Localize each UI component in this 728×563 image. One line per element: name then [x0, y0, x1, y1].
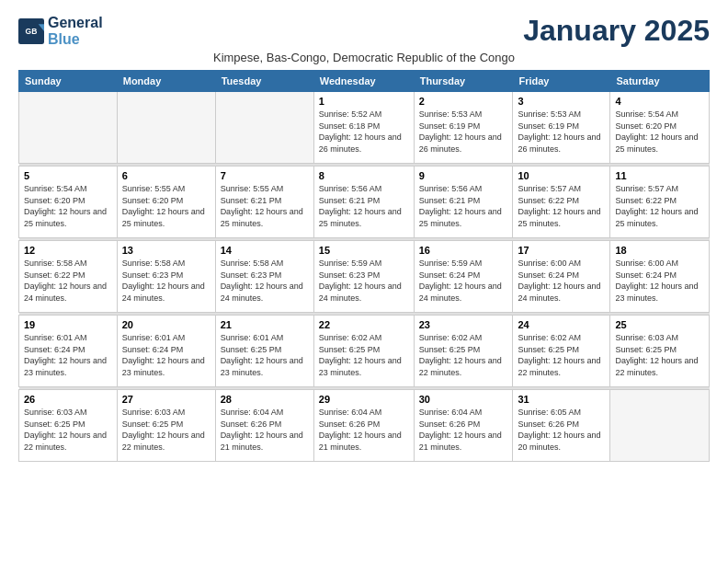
table-cell: 27Sunrise: 6:03 AMSunset: 6:25 PMDayligh… — [117, 390, 215, 462]
table-cell: 19Sunrise: 6:01 AMSunset: 6:24 PMDayligh… — [19, 316, 118, 387]
day-number: 30 — [419, 394, 508, 405]
day-info: Sunrise: 5:56 AMSunset: 6:21 PMDaylight:… — [319, 183, 409, 229]
day-number: 8 — [319, 170, 409, 181]
logo-line2: Blue — [48, 31, 103, 48]
table-cell: 9Sunrise: 5:56 AMSunset: 6:21 PMDaylight… — [414, 167, 513, 238]
table-cell: 28Sunrise: 6:04 AMSunset: 6:26 PMDayligh… — [215, 390, 313, 462]
week-row-1: 1Sunrise: 5:52 AMSunset: 6:18 PMDaylight… — [19, 92, 710, 164]
col-monday: Monday — [117, 71, 215, 92]
day-number: 13 — [122, 245, 210, 256]
day-info: Sunrise: 5:55 AMSunset: 6:21 PMDaylight:… — [221, 183, 309, 229]
table-cell: 31Sunrise: 6:05 AMSunset: 6:26 PMDayligh… — [513, 390, 610, 462]
table-cell: 25Sunrise: 6:03 AMSunset: 6:25 PMDayligh… — [610, 316, 710, 387]
table-cell: 3Sunrise: 5:53 AMSunset: 6:19 PMDaylight… — [513, 92, 610, 164]
day-number: 19 — [24, 319, 112, 330]
table-cell — [610, 390, 710, 462]
logo-line1: General — [48, 15, 103, 31]
day-info: Sunrise: 5:59 AMSunset: 6:24 PMDaylight:… — [419, 258, 508, 304]
day-info: Sunrise: 5:57 AMSunset: 6:22 PMDaylight:… — [615, 183, 704, 229]
table-cell — [19, 92, 118, 164]
day-number: 3 — [518, 96, 605, 107]
day-number: 31 — [518, 394, 605, 405]
day-info: Sunrise: 6:03 AMSunset: 6:25 PMDaylight:… — [122, 407, 210, 453]
table-cell: 29Sunrise: 6:04 AMSunset: 6:26 PMDayligh… — [313, 390, 414, 462]
day-number: 15 — [319, 245, 409, 256]
table-cell: 18Sunrise: 6:00 AMSunset: 6:24 PMDayligh… — [610, 241, 710, 313]
week-row-3: 12Sunrise: 5:58 AMSunset: 6:22 PMDayligh… — [19, 241, 710, 313]
day-info: Sunrise: 6:04 AMSunset: 6:26 PMDaylight:… — [419, 407, 508, 453]
day-info: Sunrise: 6:04 AMSunset: 6:26 PMDaylight:… — [221, 407, 309, 453]
day-info: Sunrise: 6:00 AMSunset: 6:24 PMDaylight:… — [518, 258, 605, 304]
day-number: 29 — [319, 394, 409, 405]
table-cell — [117, 92, 215, 164]
table-cell: 16Sunrise: 5:59 AMSunset: 6:24 PMDayligh… — [414, 241, 513, 313]
day-number: 4 — [615, 96, 704, 107]
day-info: Sunrise: 5:53 AMSunset: 6:19 PMDaylight:… — [518, 109, 605, 155]
table-cell — [215, 92, 313, 164]
table-cell: 2Sunrise: 5:53 AMSunset: 6:19 PMDaylight… — [414, 92, 513, 164]
day-info: Sunrise: 6:02 AMSunset: 6:25 PMDaylight:… — [518, 332, 605, 378]
day-number: 5 — [24, 170, 112, 181]
day-number: 20 — [122, 319, 210, 330]
page: GB General Blue January 2025 Kimpese, Ba… — [0, 0, 728, 563]
day-number: 25 — [615, 319, 704, 330]
table-cell: 4Sunrise: 5:54 AMSunset: 6:20 PMDaylight… — [610, 92, 710, 164]
logo-text: General Blue — [48, 15, 103, 47]
table-cell: 5Sunrise: 5:54 AMSunset: 6:20 PMDaylight… — [19, 167, 118, 238]
day-info: Sunrise: 6:01 AMSunset: 6:24 PMDaylight:… — [122, 332, 210, 378]
day-info: Sunrise: 5:56 AMSunset: 6:21 PMDaylight:… — [419, 183, 508, 229]
table-cell: 26Sunrise: 6:03 AMSunset: 6:25 PMDayligh… — [19, 390, 118, 462]
table-cell: 10Sunrise: 5:57 AMSunset: 6:22 PMDayligh… — [513, 167, 610, 238]
day-number: 28 — [221, 394, 309, 405]
header-row: Sunday Monday Tuesday Wednesday Thursday… — [19, 71, 710, 92]
col-tuesday: Tuesday — [215, 71, 313, 92]
col-saturday: Saturday — [610, 71, 710, 92]
table-cell: 12Sunrise: 5:58 AMSunset: 6:22 PMDayligh… — [19, 241, 118, 313]
col-thursday: Thursday — [414, 71, 513, 92]
day-number: 11 — [615, 170, 704, 181]
day-number: 7 — [221, 170, 309, 181]
day-info: Sunrise: 5:54 AMSunset: 6:20 PMDaylight:… — [24, 183, 112, 229]
day-number: 27 — [122, 394, 210, 405]
col-friday: Friday — [513, 71, 610, 92]
table-cell: 14Sunrise: 5:58 AMSunset: 6:23 PMDayligh… — [215, 241, 313, 313]
day-info: Sunrise: 6:05 AMSunset: 6:26 PMDaylight:… — [518, 407, 605, 453]
table-cell: 22Sunrise: 6:02 AMSunset: 6:25 PMDayligh… — [313, 316, 414, 387]
day-info: Sunrise: 6:01 AMSunset: 6:24 PMDaylight:… — [24, 332, 112, 378]
logo-area: GB General Blue — [18, 15, 103, 47]
subtitle: Kimpese, Bas-Congo, Democratic Republic … — [18, 51, 710, 64]
table-cell: 1Sunrise: 5:52 AMSunset: 6:18 PMDaylight… — [313, 92, 414, 164]
day-info: Sunrise: 5:52 AMSunset: 6:18 PMDaylight:… — [319, 109, 409, 155]
calendar-table: Sunday Monday Tuesday Wednesday Thursday… — [18, 70, 710, 462]
table-cell: 17Sunrise: 6:00 AMSunset: 6:24 PMDayligh… — [513, 241, 610, 313]
day-info: Sunrise: 6:02 AMSunset: 6:25 PMDaylight:… — [319, 332, 409, 378]
day-info: Sunrise: 6:04 AMSunset: 6:26 PMDaylight:… — [319, 407, 409, 453]
table-cell: 6Sunrise: 5:55 AMSunset: 6:20 PMDaylight… — [117, 167, 215, 238]
table-cell: 11Sunrise: 5:57 AMSunset: 6:22 PMDayligh… — [610, 167, 710, 238]
day-number: 12 — [24, 245, 112, 256]
day-number: 23 — [419, 319, 508, 330]
day-info: Sunrise: 5:59 AMSunset: 6:23 PMDaylight:… — [319, 258, 409, 304]
header: GB General Blue January 2025 — [18, 15, 710, 47]
week-row-5: 26Sunrise: 6:03 AMSunset: 6:25 PMDayligh… — [19, 390, 710, 462]
day-number: 21 — [221, 319, 309, 330]
table-cell: 13Sunrise: 5:58 AMSunset: 6:23 PMDayligh… — [117, 241, 215, 313]
day-info: Sunrise: 5:55 AMSunset: 6:20 PMDaylight:… — [122, 183, 210, 229]
day-info: Sunrise: 5:57 AMSunset: 6:22 PMDaylight:… — [518, 183, 605, 229]
day-info: Sunrise: 6:03 AMSunset: 6:25 PMDaylight:… — [615, 332, 704, 378]
day-info: Sunrise: 5:58 AMSunset: 6:23 PMDaylight:… — [122, 258, 210, 304]
table-cell: 7Sunrise: 5:55 AMSunset: 6:21 PMDaylight… — [215, 167, 313, 238]
day-number: 17 — [518, 245, 605, 256]
day-number: 2 — [419, 96, 508, 107]
svg-text:GB: GB — [26, 27, 38, 36]
week-row-2: 5Sunrise: 5:54 AMSunset: 6:20 PMDaylight… — [19, 167, 710, 238]
day-number: 26 — [24, 394, 112, 405]
day-info: Sunrise: 5:58 AMSunset: 6:23 PMDaylight:… — [221, 258, 309, 304]
table-cell: 8Sunrise: 5:56 AMSunset: 6:21 PMDaylight… — [313, 167, 414, 238]
table-cell: 30Sunrise: 6:04 AMSunset: 6:26 PMDayligh… — [414, 390, 513, 462]
week-row-4: 19Sunrise: 6:01 AMSunset: 6:24 PMDayligh… — [19, 316, 710, 387]
day-info: Sunrise: 5:54 AMSunset: 6:20 PMDaylight:… — [615, 109, 704, 155]
day-number: 22 — [319, 319, 409, 330]
day-number: 24 — [518, 319, 605, 330]
table-cell: 23Sunrise: 6:02 AMSunset: 6:25 PMDayligh… — [414, 316, 513, 387]
